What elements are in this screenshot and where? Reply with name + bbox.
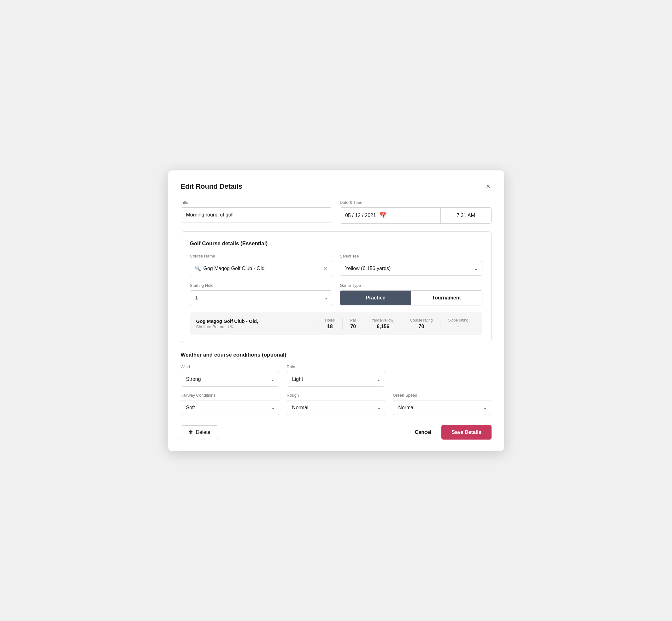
title-input[interactable] — [181, 207, 333, 222]
footer-row: 🗑 Delete Cancel Save Details — [181, 425, 492, 440]
time-field[interactable]: 7:31 AM — [441, 208, 491, 223]
wind-rain-row: Wind Strong Moderate Light None ⌄ Rain N… — [181, 365, 492, 386]
rain-field-group: Rain None Light Moderate Heavy ⌄ — [287, 365, 385, 386]
time-value: 7:31 AM — [457, 213, 475, 218]
starting-hole-select-wrap: 1 2 3 ⌄ — [190, 290, 333, 305]
save-button[interactable]: Save Details — [442, 425, 491, 440]
rough-select-wrap: Normal Soft Firm ⌄ — [287, 400, 385, 415]
par-value: 70 — [350, 324, 356, 329]
game-type-toggle: Practice Tournament — [340, 290, 482, 305]
select-tee-field-group: Select Tee Yellow (6,156 yards) White Re… — [340, 254, 482, 276]
course-name-field-group: Course Name 🔍 ✕ — [190, 254, 333, 276]
wind-label: Wind — [181, 365, 279, 369]
wind-select-wrap: Strong Moderate Light None ⌄ — [181, 372, 279, 386]
green-speed-select[interactable]: Normal Slow Fast — [393, 400, 491, 415]
game-type-label: Game Type — [340, 283, 482, 288]
starting-hole-select[interactable]: 1 2 3 — [190, 290, 333, 305]
par-label: Par — [350, 318, 356, 323]
trash-icon: 🗑 — [189, 429, 194, 435]
holes-stat: Holes 18 — [317, 318, 342, 329]
close-button[interactable]: × — [485, 182, 492, 191]
wind-field-group: Wind Strong Moderate Light None ⌄ — [181, 365, 279, 386]
modal-title: Edit Round Details — [181, 182, 243, 191]
slope-rating-value: - — [458, 324, 459, 329]
title-field-group: Title — [181, 200, 333, 222]
fairway-field-group: Fairway Conditions Soft Normal Firm ⌄ — [181, 393, 279, 415]
delete-label: Delete — [196, 429, 210, 435]
golf-course-section-title: Golf Course details (Essential) — [190, 241, 482, 247]
search-icon: 🔍 — [195, 265, 201, 272]
course-name-input[interactable] — [204, 261, 321, 276]
wind-select[interactable]: Strong Moderate Light None — [181, 372, 279, 386]
course-rating-value: 70 — [419, 324, 424, 329]
practice-toggle-button[interactable]: Practice — [340, 291, 411, 305]
tee-select-wrap: Yellow (6,156 yards) White Red ⌄ — [340, 261, 482, 276]
slope-rating-stat: Slope rating - — [440, 318, 476, 329]
rough-label: Rough — [287, 393, 385, 398]
yards-value: 6,156 — [377, 324, 389, 329]
starting-hole-field-group: Starting Hole 1 2 3 ⌄ — [190, 283, 333, 305]
holes-label: Holes — [325, 318, 335, 323]
course-tee-row: Course Name 🔍 ✕ Select Tee Yellow (6,156… — [190, 254, 482, 276]
datetime-label: Date & Time — [340, 200, 492, 205]
rain-select[interactable]: None Light Moderate Heavy — [287, 372, 385, 386]
par-stat: Par 70 — [342, 318, 364, 329]
game-type-field-group: Game Type Practice Tournament — [340, 283, 482, 305]
green-speed-field-group: Green Speed Normal Slow Fast ⌄ — [393, 393, 491, 415]
weather-section: Weather and course conditions (optional)… — [181, 352, 492, 415]
tournament-toggle-button[interactable]: Tournament — [411, 291, 482, 305]
course-name-main: Gog Magog Golf Club - Old, — [196, 318, 318, 324]
hole-gametype-row: Starting Hole 1 2 3 ⌄ Game Type Practice… — [190, 283, 482, 305]
datetime-field-group: Date & Time 05 / 12 / 2021 📅 7:31 AM — [340, 200, 492, 224]
clear-icon[interactable]: ✕ — [323, 265, 328, 272]
course-rating-stat: Course rating 70 — [402, 318, 440, 329]
yards-stat: Yards(Yellow) 6,156 — [364, 318, 402, 329]
holes-value: 18 — [327, 324, 333, 329]
weather-section-title: Weather and course conditions (optional) — [181, 352, 492, 358]
fairway-label: Fairway Conditions — [181, 393, 279, 398]
fairway-select[interactable]: Soft Normal Firm — [181, 400, 279, 415]
top-row: Title Date & Time 05 / 12 / 2021 📅 7:31 … — [181, 200, 492, 224]
fairway-select-wrap: Soft Normal Firm ⌄ — [181, 400, 279, 415]
rough-field-group: Rough Normal Soft Firm ⌄ — [287, 393, 385, 415]
date-value: 05 / 12 / 2021 — [345, 213, 376, 218]
delete-button[interactable]: 🗑 Delete — [181, 425, 218, 439]
rain-select-wrap: None Light Moderate Heavy ⌄ — [287, 372, 385, 386]
slope-rating-label: Slope rating — [448, 318, 468, 323]
footer-right: Cancel Save Details — [412, 425, 492, 440]
calendar-icon: 📅 — [379, 212, 386, 219]
starting-hole-label: Starting Hole — [190, 283, 333, 288]
green-speed-select-wrap: Normal Slow Fast ⌄ — [393, 400, 491, 415]
datetime-row: 05 / 12 / 2021 📅 7:31 AM — [340, 207, 492, 224]
course-location: Shelford Bottom, UK — [196, 324, 318, 329]
edit-round-modal: Edit Round Details × Title Date & Time 0… — [168, 170, 504, 451]
course-rating-label: Course rating — [410, 318, 432, 323]
course-name-label: Course Name — [190, 254, 333, 258]
tee-select[interactable]: Yellow (6,156 yards) White Red — [340, 261, 482, 276]
rough-select[interactable]: Normal Soft Firm — [287, 400, 385, 415]
cancel-button[interactable]: Cancel — [412, 426, 434, 439]
fairway-rough-green-row: Fairway Conditions Soft Normal Firm ⌄ Ro… — [181, 393, 492, 415]
yards-label: Yards(Yellow) — [372, 318, 395, 323]
green-speed-label: Green Speed — [393, 393, 491, 398]
golf-course-section: Golf Course details (Essential) Course N… — [181, 231, 492, 343]
course-info-name: Gog Magog Golf Club - Old, Shelford Bott… — [196, 318, 318, 329]
title-label: Title — [181, 200, 333, 205]
modal-header: Edit Round Details × — [181, 182, 492, 191]
date-field[interactable]: 05 / 12 / 2021 📅 — [340, 208, 441, 223]
select-tee-label: Select Tee — [340, 254, 482, 258]
course-info-bar: Gog Magog Golf Club - Old, Shelford Bott… — [190, 313, 482, 335]
course-name-search[interactable]: 🔍 ✕ — [190, 261, 333, 276]
rain-label: Rain — [287, 365, 385, 369]
